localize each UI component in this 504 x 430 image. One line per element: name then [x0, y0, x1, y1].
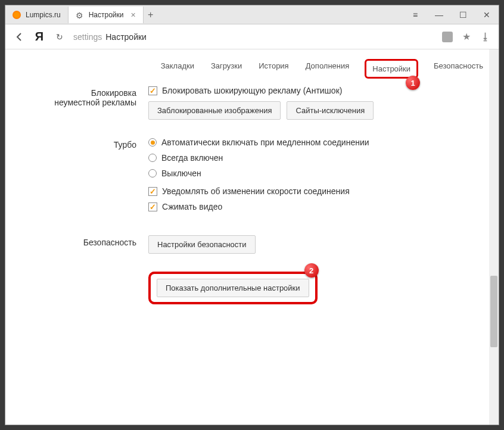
checkbox-notify-speed[interactable] — [148, 187, 157, 196]
section-turbo-label: Турбо — [23, 138, 148, 217]
back-button[interactable] — [13, 30, 26, 43]
tab-label: Lumpics.ru — [26, 11, 61, 19]
section-turbo: Турбо Автоматически включать при медленн… — [23, 138, 481, 217]
checkbox-antishock-label: Блокировать шокирующую рекламу (Антишок) — [162, 86, 342, 95]
section-adblock-label: Блокировка неуместной рекламы — [23, 86, 148, 120]
advanced-highlight: Показать дополнительные настройки 2 — [148, 272, 318, 304]
back-arrow-icon — [14, 32, 24, 42]
checkbox-antishock[interactable] — [148, 86, 157, 95]
nav-bookmarks[interactable]: Закладки — [160, 59, 195, 79]
nav-downloads[interactable]: Загрузки — [210, 59, 243, 79]
checkbox-notify-row[interactable]: Уведомлять об изменении скорости соедине… — [148, 186, 481, 196]
site-exceptions-button[interactable]: Сайты-исключения — [287, 101, 374, 120]
radio-turbo-always[interactable] — [148, 154, 157, 162]
nav-addons[interactable]: Дополнения — [304, 59, 351, 79]
radio-auto-row[interactable]: Автоматически включать при медленном сое… — [148, 138, 481, 147]
url-title: Настройки — [105, 32, 147, 42]
radio-always-row[interactable]: Всегда включен — [148, 153, 481, 163]
section-security: Безопасность Настройки безопасности — [23, 235, 481, 254]
checkbox-compress-row[interactable]: Сжимать видео — [148, 202, 481, 211]
shield-icon[interactable] — [441, 31, 453, 43]
browser-window: Lumpics.ru Настройки × + ≡ — ☐ ✕ Я ↻ set… — [5, 5, 499, 425]
minimize-button[interactable]: — — [427, 5, 451, 24]
tab-bar: Lumpics.ru Настройки × + ≡ — ☐ ✕ — [5, 5, 499, 24]
address-bar: Я ↻ settings Настройки ★ ⭳ — [5, 24, 499, 49]
callout-badge-1: 1 — [406, 76, 420, 90]
settings-nav: Закладки Загрузки История Дополнения Нас… — [5, 49, 499, 86]
radio-turbo-auto[interactable] — [148, 138, 157, 147]
nav-settings[interactable]: Настройки — [372, 64, 410, 73]
scrollbar[interactable] — [489, 49, 499, 425]
new-tab-button[interactable]: + — [144, 10, 158, 20]
callout-badge-2: 2 — [304, 263, 319, 278]
section-advanced: Показать дополнительные настройки 2 — [23, 272, 481, 304]
menu-icon[interactable]: ≡ — [403, 5, 427, 24]
url-path: settings — [73, 32, 102, 42]
section-adblock: Блокировка неуместной рекламы Блокироват… — [23, 86, 481, 120]
scrollbar-thumb[interactable] — [490, 276, 497, 347]
lumpics-favicon — [13, 11, 21, 19]
tab-settings[interactable]: Настройки × — [69, 7, 144, 23]
radio-auto-label: Автоматически включать при медленном сое… — [161, 138, 369, 147]
close-window-button[interactable]: ✕ — [475, 5, 499, 24]
checkbox-compress-video[interactable] — [148, 202, 157, 211]
checkbox-notify-label: Уведомлять об изменении скорости соедине… — [162, 186, 350, 196]
bookmark-star-icon[interactable]: ★ — [461, 31, 472, 43]
downloads-icon[interactable]: ⭳ — [480, 31, 491, 43]
url-field[interactable]: settings Настройки — [73, 32, 434, 42]
radio-turbo-off[interactable] — [148, 169, 157, 177]
maximize-button[interactable]: ☐ — [451, 5, 475, 24]
settings-favicon — [76, 11, 84, 19]
reload-button[interactable]: ↻ — [53, 30, 66, 43]
radio-off-label: Выключен — [161, 169, 201, 178]
security-settings-button[interactable]: Настройки безопасности — [148, 235, 256, 254]
checkbox-antishock-row[interactable]: Блокировать шокирующую рекламу (Антишок) — [148, 86, 481, 95]
radio-always-label: Всегда включен — [161, 153, 223, 163]
blocked-images-button[interactable]: Заблокированные изображения — [148, 101, 281, 120]
section-security-label: Безопасность — [23, 235, 148, 254]
nav-security[interactable]: Безопасность — [433, 59, 484, 79]
checkbox-compress-label: Сжимать видео — [162, 202, 222, 211]
radio-off-row[interactable]: Выключен — [148, 169, 481, 178]
nav-history[interactable]: История — [257, 59, 290, 79]
close-tab-icon[interactable]: × — [131, 10, 136, 20]
nav-settings-highlight: Настройки 1 — [365, 59, 418, 79]
content-area: Закладки Загрузки История Дополнения Нас… — [5, 49, 499, 425]
yandex-logo[interactable]: Я — [33, 30, 46, 43]
window-controls: ≡ — ☐ ✕ — [403, 5, 499, 24]
settings-panel: Блокировка неуместной рекламы Блокироват… — [5, 86, 499, 334]
show-advanced-button[interactable]: Показать дополнительные настройки — [157, 279, 309, 297]
tab-lumpics[interactable]: Lumpics.ru — [5, 7, 69, 23]
tab-label: Настройки — [89, 11, 124, 19]
